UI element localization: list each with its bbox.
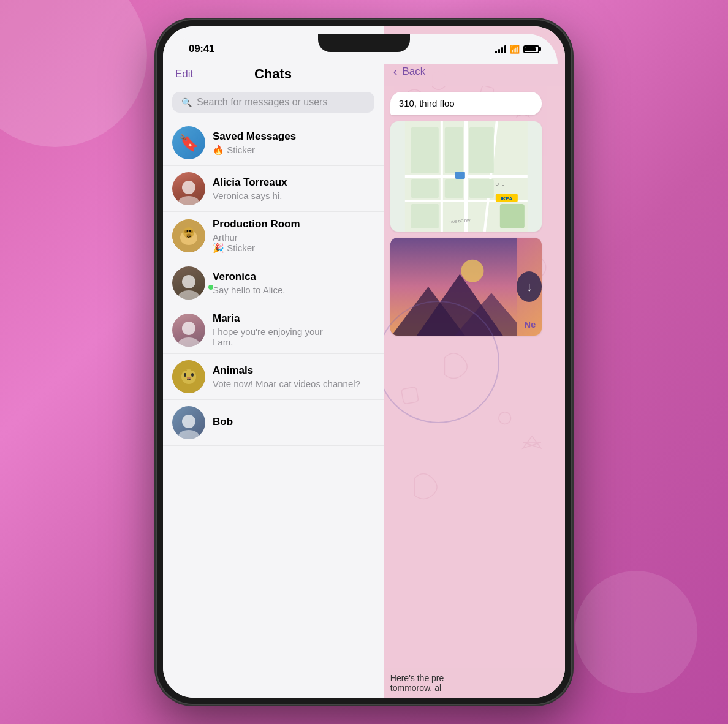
- svg-point-11: [184, 373, 186, 377]
- svg-rect-36: [455, 172, 465, 179]
- svg-rect-29: [469, 127, 494, 173]
- chat-name-maria: Maria: [213, 312, 374, 325]
- chat-preview-alicia-torreaux: Veronica says hi.: [213, 190, 374, 201]
- back-arrow-icon: ‹: [393, 64, 398, 78]
- phone-screen: 09:41 📶 Edit Chats: [163, 26, 565, 698]
- chat-info-maria: Maria I hope you're enjoying your I am.: [213, 312, 374, 347]
- chat-item-alicia-torreaux[interactable]: Alicia Torreaux Veronica says hi.: [163, 166, 384, 212]
- map-container[interactable]: IKEA OPE RUE DE RIV: [390, 121, 542, 232]
- chat-detail-panel: ‹ Back 310, third floo: [384, 26, 565, 698]
- chat-preview-maria: I hope you're enjoying your I am.: [213, 326, 374, 347]
- media-label: Ne: [524, 319, 536, 330]
- chat-info-animals: Animals Vote now! Moar cat videos channe…: [213, 364, 374, 389]
- avatar-saved-messages: 🔖: [172, 126, 205, 159]
- chat-name-veronica: Veronica: [213, 271, 374, 283]
- chat-preview-saved-messages: 🔥 Sticker: [213, 145, 374, 156]
- download-arrow-icon: ↓: [526, 279, 533, 295]
- detail-text-preview: Here's the pre tommorow, al: [384, 668, 565, 698]
- chat-name-alicia-torreaux: Alicia Torreaux: [213, 176, 374, 189]
- svg-text:OPE: OPE: [495, 182, 504, 186]
- chat-item-animals[interactable]: Animals Vote now! Moar cat videos channe…: [163, 354, 384, 400]
- media-thumbnail-svg: [390, 238, 517, 336]
- svg-point-12: [191, 373, 194, 377]
- svg-text:IKEA: IKEA: [501, 196, 512, 202]
- chat-info-alicia-torreaux: Alicia Torreaux Veronica says hi.: [213, 176, 374, 201]
- chat-preview-veronica: Say hello to Alice.: [213, 285, 374, 295]
- status-time: 09:41: [189, 43, 214, 55]
- battery-icon: [523, 45, 539, 53]
- preview-text-line2: tommorow, al: [390, 683, 559, 693]
- avatar-alicia-torreaux: [172, 172, 205, 205]
- wifi-icon: 📶: [510, 45, 520, 54]
- chats-title: Chats: [254, 66, 292, 82]
- chat-info-bob: Bob: [213, 416, 374, 430]
- back-button[interactable]: Back: [402, 66, 425, 78]
- chat-item-production-room[interactable]: Production Room Arthur 🎉 Sticker: [163, 212, 384, 260]
- chat-info-saved-messages: Saved Messages 🔥 Sticker: [213, 130, 374, 156]
- avatar-veronica: [172, 266, 205, 300]
- svg-rect-27: [411, 127, 439, 173]
- detail-content: 310, third floo: [384, 86, 565, 668]
- chat-info-production-room: Production Room Arthur 🎉 Sticker: [213, 218, 374, 254]
- dog-avatar-svg: [172, 219, 205, 252]
- svg-rect-30: [411, 179, 439, 198]
- media-container: ↓ Ne: [390, 238, 542, 336]
- preview-text-line1: Here's the pre: [390, 673, 559, 683]
- svg-point-13: [187, 377, 191, 379]
- chat-name-saved-messages: Saved Messages: [213, 130, 374, 143]
- avatar-bob: [172, 406, 205, 439]
- svg-rect-39: [500, 204, 525, 228]
- cat-avatar-svg: [172, 360, 205, 393]
- chat-name-bob: Bob: [213, 416, 374, 428]
- svg-rect-33: [411, 204, 439, 228]
- chat-name-animals: Animals: [213, 364, 374, 377]
- chat-name-production-room: Production Room: [213, 218, 374, 230]
- bookmark-icon: 🔖: [179, 134, 199, 153]
- svg-rect-31: [445, 179, 463, 198]
- message-bubble: 310, third floo: [390, 92, 542, 115]
- search-bar[interactable]: 🔍 Search for messages or users: [172, 92, 374, 113]
- chat-item-bob[interactable]: Bob: [163, 400, 384, 446]
- chats-panel: Edit Chats 🔍 Search for messages or user…: [163, 26, 384, 698]
- map-svg: IKEA OPE RUE DE RIV: [390, 121, 542, 232]
- svg-point-8: [187, 234, 191, 236]
- avatar-animals: [172, 360, 205, 393]
- online-indicator: [207, 284, 214, 291]
- svg-point-7: [189, 230, 191, 232]
- chat-item-maria[interactable]: Maria I hope you're enjoying your I am.: [163, 306, 384, 354]
- avatar-maria: [172, 314, 205, 347]
- signal-icon: [495, 45, 506, 53]
- chat-item-saved-messages[interactable]: 🔖 Saved Messages 🔥 Sticker: [163, 120, 384, 166]
- message-text: 310, third floo: [399, 98, 455, 108]
- svg-point-44: [461, 260, 483, 282]
- notch: [318, 34, 410, 52]
- download-button[interactable]: ↓: [517, 271, 542, 302]
- chat-item-veronica[interactable]: Veronica Say hello to Alice.: [163, 260, 384, 306]
- chat-list: 🔖 Saved Messages 🔥 Sticker Alicia Torrea…: [163, 120, 384, 698]
- svg-point-6: [187, 230, 189, 232]
- status-icons: 📶: [495, 45, 539, 54]
- chat-preview-animals: Vote now! Moar cat videos channel?: [213, 379, 374, 389]
- search-icon: 🔍: [181, 97, 192, 107]
- edit-button[interactable]: Edit: [175, 68, 193, 80]
- chat-info-veronica: Veronica Say hello to Alice.: [213, 271, 374, 295]
- svg-rect-32: [469, 179, 494, 198]
- avatar-production-room: [172, 219, 205, 252]
- search-placeholder: Search for messages or users: [197, 97, 327, 108]
- chat-preview-production-room: Arthur 🎉 Sticker: [213, 232, 374, 254]
- svg-rect-28: [445, 127, 463, 173]
- phone-container: 09:41 📶 Edit Chats: [156, 19, 572, 705]
